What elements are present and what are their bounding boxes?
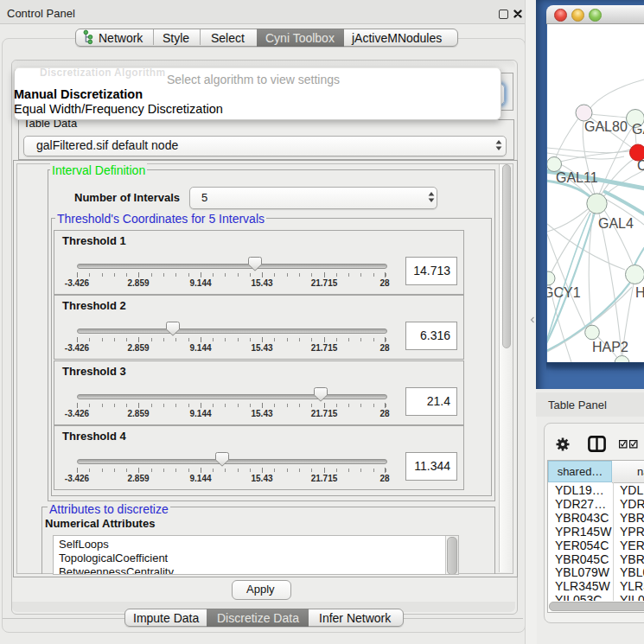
svg-text:CD: CD bbox=[637, 158, 644, 173]
svg-text:GCY1: GCY1 bbox=[547, 285, 581, 300]
svg-text:GA: GA bbox=[632, 122, 644, 137]
svg-text:GAL80: GAL80 bbox=[584, 119, 628, 134]
svg-text:HI: HI bbox=[635, 285, 644, 300]
svg-text:GAL11: GAL11 bbox=[556, 170, 598, 185]
svg-text:HAP2: HAP2 bbox=[592, 340, 628, 354]
svg-text:GAL4: GAL4 bbox=[598, 216, 634, 231]
